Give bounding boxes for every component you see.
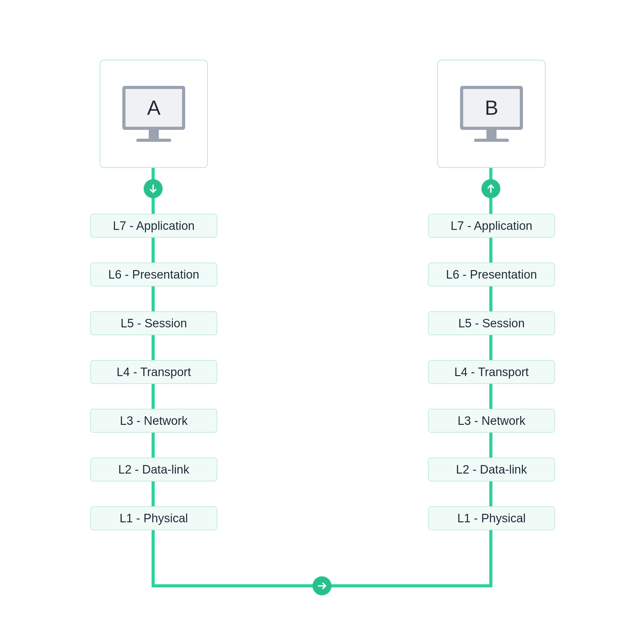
arrow-down-icon [144,179,163,198]
layer-a-l4: L4 - Transport [90,360,217,384]
layer-a-l7: L7 - Application [90,214,217,238]
arrow-up-icon [481,179,500,198]
layer-b-l4: L4 - Transport [428,360,555,384]
layer-a-l2: L2 - Data-link [90,458,217,481]
layer-b-l6: L6 - Presentation [428,263,555,286]
layer-b-l5: L5 - Session [428,311,555,335]
computer-b-box: B [437,60,546,168]
computer-a-box: A [100,60,208,168]
computer-a-icon: A [122,86,185,142]
computer-a-label: A [125,89,182,127]
layer-b-l7: L7 - Application [428,214,555,238]
arrow-right-icon [313,576,331,595]
computer-b-icon: B [460,86,523,142]
layer-a-l6: L6 - Presentation [90,263,217,286]
layer-a-l1: L1 - Physical [90,506,217,530]
osi-diagram: A B L7 [0,0,644,644]
layer-a-l3: L3 - Network [90,409,217,433]
layer-a-l5: L5 - Session [90,311,217,335]
layer-b-l2: L2 - Data-link [428,458,555,481]
layer-b-l1: L1 - Physical [428,506,555,530]
computer-b-label: B [463,89,520,127]
layer-b-l3: L3 - Network [428,409,555,433]
